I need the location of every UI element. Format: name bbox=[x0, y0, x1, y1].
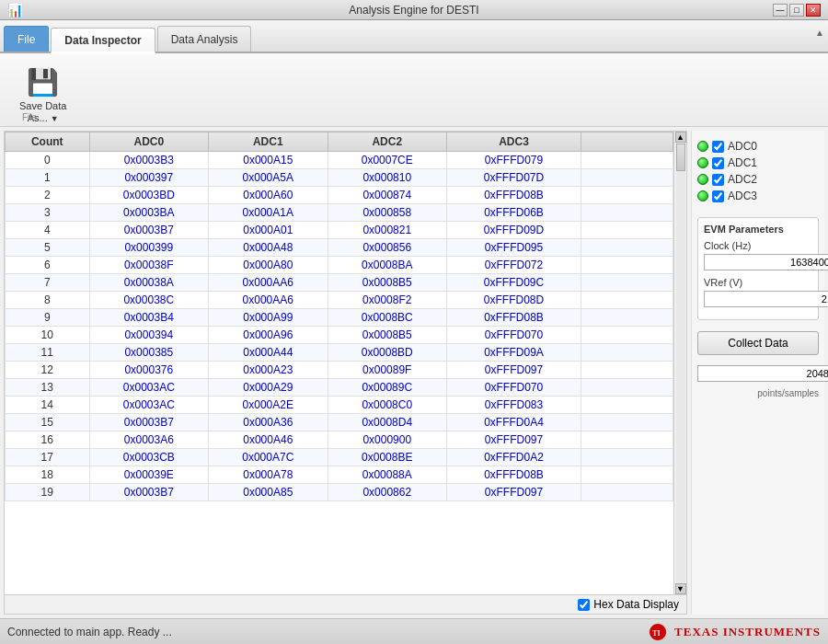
tab-scroll-icon[interactable]: ▲ bbox=[815, 28, 824, 38]
cell-adc2: 0x0008BC bbox=[328, 309, 446, 327]
cell-adc2: 0x0008BD bbox=[328, 344, 446, 362]
cell-adc1: 0x000A29 bbox=[209, 379, 328, 397]
col-header-extra bbox=[581, 132, 673, 152]
data-table-area: Count ADC0 ADC1 ADC2 ADC3 00x0003B30x000… bbox=[4, 131, 687, 615]
cell-count: 6 bbox=[6, 257, 90, 274]
adc0-checkbox[interactable] bbox=[712, 141, 724, 153]
ti-logo: TI Texas Instruments bbox=[647, 621, 821, 643]
cell-extra bbox=[581, 204, 673, 222]
cell-adc3: 0xFFFD09D bbox=[447, 222, 581, 239]
tab-data-analysis[interactable]: Data Analysis bbox=[157, 26, 252, 52]
cell-adc3: 0xFFFD08D bbox=[447, 292, 581, 309]
adc1-label: ADC1 bbox=[728, 156, 757, 169]
hex-display-checkbox[interactable] bbox=[578, 599, 590, 611]
cell-adc2: 0x0008B5 bbox=[328, 327, 446, 344]
cell-adc3: 0xFFFD0A2 bbox=[447, 449, 581, 466]
minimize-button[interactable]: — bbox=[773, 4, 788, 17]
cell-count: 7 bbox=[6, 274, 90, 292]
cell-adc1: 0x000A01 bbox=[209, 222, 328, 239]
close-button[interactable]: ✕ bbox=[806, 4, 821, 17]
scroll-track[interactable] bbox=[676, 144, 685, 582]
hex-display-label: Hex Data Display bbox=[593, 598, 679, 611]
cell-count: 9 bbox=[6, 309, 90, 327]
table-scroll-area[interactable]: Count ADC0 ADC1 ADC2 ADC3 00x0003B30x000… bbox=[5, 132, 673, 594]
scroll-up-btn[interactable]: ▲ bbox=[675, 132, 686, 143]
cell-adc0: 0x000399 bbox=[89, 239, 208, 257]
table-row: 190x0003B70x000A850x0008620xFFFD097 bbox=[6, 484, 673, 501]
adc1-checkbox[interactable] bbox=[712, 157, 724, 169]
samples-input[interactable] bbox=[697, 365, 828, 382]
tab-data-analysis-label: Data Analysis bbox=[171, 33, 238, 46]
cell-count: 11 bbox=[6, 344, 90, 362]
table-row: 10x0003970x000A5A0x0008100xFFFD07D bbox=[6, 169, 673, 187]
cell-count: 15 bbox=[6, 414, 90, 431]
table-header-row: Count ADC0 ADC1 ADC2 ADC3 bbox=[6, 132, 673, 152]
cell-count: 14 bbox=[6, 397, 90, 414]
cell-adc1: 0x000A99 bbox=[209, 309, 328, 327]
adc-row-adc2: ADC2 bbox=[697, 171, 819, 188]
cell-count: 5 bbox=[6, 239, 90, 257]
cell-count: 3 bbox=[6, 204, 90, 222]
save-icon: 💾 bbox=[27, 65, 60, 98]
cell-adc3: 0xFFFD08B bbox=[447, 466, 581, 484]
table-content: Count ADC0 ADC1 ADC2 ADC3 00x0003B30x000… bbox=[5, 132, 686, 594]
right-panel: ADC0ADC1ADC2ADC3 EVM Parameters Clock (H… bbox=[691, 131, 824, 615]
clock-input-row: ▲ ▼ bbox=[704, 253, 812, 271]
cell-adc1: 0x000A85 bbox=[209, 484, 328, 501]
cell-adc3: 0xFFFD0A4 bbox=[447, 414, 581, 431]
cell-adc0: 0x0003A6 bbox=[89, 431, 208, 449]
table-row: 50x0003990x000A480x0008560xFFFD095 bbox=[6, 239, 673, 257]
col-header-adc3: ADC3 bbox=[447, 132, 581, 152]
scroll-down-btn[interactable]: ▼ bbox=[675, 583, 686, 594]
cell-adc1: 0x000A78 bbox=[209, 466, 328, 484]
scroll-thumb[interactable] bbox=[676, 144, 685, 171]
table-row: 170x0003CB0x000A7C0x0008BE0xFFFD0A2 bbox=[6, 449, 673, 466]
tab-data-inspector[interactable]: Data Inspector bbox=[51, 28, 155, 53]
cell-adc2: 0x000862 bbox=[328, 484, 446, 501]
cell-adc1: 0x000A15 bbox=[209, 152, 328, 169]
cell-extra bbox=[581, 397, 673, 414]
cell-adc3: 0xFFFD09A bbox=[447, 344, 581, 362]
cell-adc3: 0xFFFD083 bbox=[447, 397, 581, 414]
adc3-label: ADC3 bbox=[728, 190, 757, 202]
cell-adc0: 0x000376 bbox=[89, 362, 208, 379]
maximize-button[interactable]: □ bbox=[789, 4, 804, 17]
vref-input[interactable] bbox=[704, 291, 828, 307]
cell-adc1: 0x000A48 bbox=[209, 239, 328, 257]
tab-bar: File Data Inspector Data Analysis ▲ bbox=[0, 20, 828, 53]
cell-extra bbox=[581, 187, 673, 204]
table-row: 180x00039E0x000A780x00088A0xFFFD08B bbox=[6, 466, 673, 484]
cell-adc2: 0x000858 bbox=[328, 204, 446, 222]
cell-count: 13 bbox=[6, 379, 90, 397]
clock-input[interactable] bbox=[704, 254, 828, 270]
cell-extra bbox=[581, 257, 673, 274]
cell-extra bbox=[581, 414, 673, 431]
save-data-button[interactable]: 💾 Save DataAs... ▼ bbox=[11, 61, 75, 129]
main-content: Count ADC0 ADC1 ADC2 ADC3 00x0003B30x000… bbox=[0, 127, 828, 618]
tab-file[interactable]: File bbox=[4, 26, 49, 52]
data-table: Count ADC0 ADC1 ADC2 ADC3 00x0003B30x000… bbox=[5, 132, 673, 501]
adc2-checkbox[interactable] bbox=[712, 174, 724, 186]
samples-unit-label: points/samples bbox=[697, 388, 819, 398]
table-row: 130x0003AC0x000A290x00089C0xFFFD070 bbox=[6, 379, 673, 397]
evm-params-group: EVM Parameters Clock (Hz) ▲ ▼ VRef (V) ▲… bbox=[697, 217, 819, 320]
cell-count: 16 bbox=[6, 431, 90, 449]
cell-adc0: 0x000397 bbox=[89, 169, 208, 187]
cell-count: 19 bbox=[6, 484, 90, 501]
title-bar: 📊 Analysis Engine for DESTI — □ ✕ bbox=[0, 0, 828, 20]
adc3-checkbox[interactable] bbox=[712, 190, 724, 202]
hex-footer: Hex Data Display bbox=[5, 594, 686, 614]
collect-data-button[interactable]: Collect Data bbox=[697, 331, 819, 355]
cell-extra bbox=[581, 292, 673, 309]
cell-adc0: 0x0003AC bbox=[89, 379, 208, 397]
cell-adc2: 0x0008F2 bbox=[328, 292, 446, 309]
adc0-led bbox=[697, 141, 708, 152]
cell-adc1: 0x000AA6 bbox=[209, 292, 328, 309]
adc-channels: ADC0ADC1ADC2ADC3 bbox=[697, 138, 819, 204]
cell-count: 12 bbox=[6, 362, 90, 379]
cell-adc0: 0x0003B7 bbox=[89, 484, 208, 501]
clock-label: Clock (Hz) bbox=[704, 240, 812, 251]
table-scrollbar[interactable]: ▲ ▼ bbox=[673, 132, 686, 594]
col-header-count: Count bbox=[6, 132, 90, 152]
cell-adc0: 0x0003BD bbox=[89, 187, 208, 204]
